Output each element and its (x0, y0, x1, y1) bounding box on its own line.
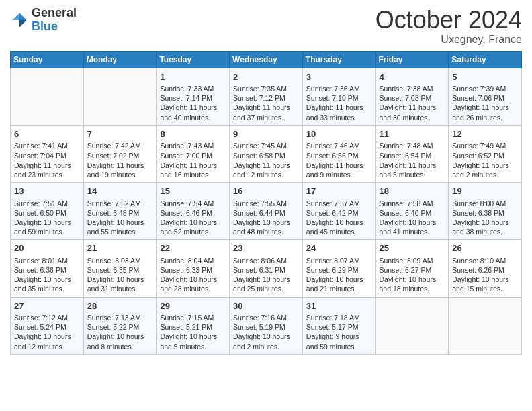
day-number: 10 (306, 128, 372, 140)
cell-week4-day3: 23Sunrise: 8:06 AMSunset: 6:31 PMDayligh… (230, 240, 303, 297)
cell-week4-day4: 24Sunrise: 8:07 AMSunset: 6:29 PMDayligh… (302, 240, 375, 297)
week-row-2: 6Sunrise: 7:41 AMSunset: 7:04 PMDaylight… (11, 125, 522, 182)
sunset-text: Sunset: 6:26 PM (452, 266, 504, 274)
sunrise-text: Sunrise: 7:39 AM (452, 85, 506, 93)
cell-week1-day1 (83, 68, 157, 125)
sunrise-text: Sunrise: 7:51 AM (14, 199, 68, 208)
sunset-text: Sunset: 6:42 PM (306, 209, 359, 217)
sunrise-text: Sunrise: 7:45 AM (233, 142, 287, 150)
cell-week2-day1: 7Sunrise: 7:42 AMSunset: 7:02 PMDaylight… (83, 125, 157, 182)
day-number: 27 (14, 300, 80, 312)
sunset-text: Sunset: 6:50 PM (14, 209, 66, 217)
day-number: 31 (306, 300, 372, 312)
day-number: 6 (14, 128, 80, 140)
cell-week1-day6: 5Sunrise: 7:39 AMSunset: 7:06 PMDaylight… (449, 68, 522, 125)
logo-icon (10, 11, 29, 30)
daylight-text: Daylight: 10 hours and 15 minutes. (452, 275, 509, 293)
day-number: 20 (14, 242, 80, 255)
col-sunday: Sunday (11, 51, 84, 68)
cell-week3-day4: 17Sunrise: 7:57 AMSunset: 6:42 PMDayligh… (302, 183, 375, 240)
daylight-text: Daylight: 10 hours and 25 minutes. (233, 275, 290, 293)
sunrise-text: Sunrise: 7:16 AM (233, 314, 287, 322)
day-number: 1 (160, 71, 226, 83)
cell-week4-day0: 20Sunrise: 8:01 AMSunset: 6:36 PMDayligh… (11, 240, 84, 297)
daylight-text: Daylight: 10 hours and 28 minutes. (160, 275, 217, 293)
daylight-text: Daylight: 11 hours and 16 minutes. (160, 161, 217, 179)
sunrise-text: Sunrise: 7:38 AM (380, 85, 433, 93)
daylight-text: Daylight: 9 hours and 59 minutes. (306, 332, 359, 350)
calendar-location: Uxegney, France (375, 34, 522, 46)
sunset-text: Sunset: 7:06 PM (452, 94, 504, 102)
cell-week4-day1: 21Sunrise: 8:03 AMSunset: 6:35 PMDayligh… (83, 240, 157, 297)
sunrise-text: Sunrise: 7:12 AM (14, 314, 68, 322)
day-number: 29 (160, 300, 226, 312)
cell-week2-day2: 8Sunrise: 7:43 AMSunset: 7:00 PMDaylight… (157, 125, 230, 182)
sunrise-text: Sunrise: 7:42 AM (87, 142, 141, 150)
title-block: October 2024 Uxegney, France (375, 7, 522, 46)
header: General Blue October 2024 Uxegney, Franc… (10, 7, 522, 46)
daylight-text: Daylight: 11 hours and 33 minutes. (306, 103, 363, 121)
svg-marker-2 (13, 13, 20, 20)
day-number: 18 (380, 185, 445, 197)
day-number: 28 (87, 300, 153, 312)
sunset-text: Sunset: 7:08 PM (380, 94, 432, 102)
day-number: 8 (160, 128, 226, 140)
sunset-text: Sunset: 5:19 PM (233, 323, 285, 331)
day-number: 2 (233, 71, 299, 83)
sunset-text: Sunset: 5:17 PM (306, 323, 359, 331)
cell-week4-day6: 26Sunrise: 8:10 AMSunset: 6:26 PMDayligh… (449, 240, 522, 297)
cell-week1-day4: 3Sunrise: 7:36 AMSunset: 7:10 PMDaylight… (302, 68, 375, 125)
daylight-text: Daylight: 11 hours and 2 minutes. (452, 161, 509, 179)
sunrise-text: Sunrise: 7:57 AM (306, 199, 360, 208)
daylight-text: Daylight: 11 hours and 23 minutes. (14, 161, 71, 179)
daylight-text: Daylight: 11 hours and 40 minutes. (160, 103, 217, 121)
day-number: 13 (14, 185, 80, 197)
sunset-text: Sunset: 7:14 PM (160, 94, 212, 102)
sunrise-text: Sunrise: 8:03 AM (87, 257, 141, 265)
logo-blue-text: Blue (32, 20, 77, 34)
sunset-text: Sunset: 6:29 PM (306, 266, 359, 274)
sunrise-text: Sunrise: 8:09 AM (380, 257, 433, 265)
sunset-text: Sunset: 6:27 PM (380, 266, 432, 274)
sunset-text: Sunset: 6:44 PM (233, 209, 285, 217)
sunset-text: Sunset: 7:02 PM (87, 152, 140, 160)
svg-marker-0 (19, 13, 27, 20)
daylight-text: Daylight: 11 hours and 37 minutes. (233, 103, 290, 121)
col-saturday: Saturday (449, 51, 522, 68)
cell-week5-day6 (449, 297, 522, 354)
daylight-text: Daylight: 11 hours and 19 minutes. (87, 161, 144, 179)
sunrise-text: Sunrise: 7:48 AM (380, 142, 433, 150)
day-number: 19 (452, 185, 518, 197)
sunset-text: Sunset: 7:12 PM (233, 94, 285, 102)
cell-week2-day5: 11Sunrise: 7:48 AMSunset: 6:54 PMDayligh… (375, 125, 449, 182)
cell-week3-day3: 16Sunrise: 7:55 AMSunset: 6:44 PMDayligh… (230, 183, 303, 240)
sunset-text: Sunset: 7:10 PM (306, 94, 359, 102)
sunset-text: Sunset: 6:46 PM (160, 209, 212, 217)
sunrise-text: Sunrise: 7:41 AM (14, 142, 68, 150)
col-thursday: Thursday (302, 51, 375, 68)
week-row-4: 20Sunrise: 8:01 AMSunset: 6:36 PMDayligh… (11, 240, 522, 297)
sunrise-text: Sunrise: 7:13 AM (87, 314, 141, 322)
daylight-text: Daylight: 11 hours and 5 minutes. (380, 161, 437, 179)
daylight-text: Daylight: 10 hours and 48 minutes. (233, 218, 290, 236)
cell-week4-day2: 22Sunrise: 8:04 AMSunset: 6:33 PMDayligh… (157, 240, 230, 297)
daylight-text: Daylight: 10 hours and 35 minutes. (14, 275, 71, 293)
day-number: 16 (233, 185, 299, 197)
sunrise-text: Sunrise: 8:10 AM (452, 257, 506, 265)
sunrise-text: Sunrise: 8:06 AM (233, 257, 287, 265)
sunset-text: Sunset: 5:24 PM (14, 323, 66, 331)
daylight-text: Daylight: 10 hours and 12 minutes. (14, 332, 71, 350)
daylight-text: Daylight: 11 hours and 12 minutes. (233, 161, 290, 179)
day-number: 26 (452, 242, 518, 255)
sunrise-text: Sunrise: 7:55 AM (233, 199, 287, 208)
daylight-text: Daylight: 11 hours and 9 minutes. (306, 161, 363, 179)
sunrise-text: Sunrise: 8:00 AM (452, 199, 506, 208)
day-number: 22 (160, 242, 226, 255)
day-number: 4 (380, 71, 445, 83)
sunset-text: Sunset: 6:31 PM (233, 266, 285, 274)
cell-week5-day2: 29Sunrise: 7:15 AMSunset: 5:21 PMDayligh… (157, 297, 230, 354)
cell-week1-day0 (11, 68, 84, 125)
daylight-text: Daylight: 10 hours and 2 minutes. (233, 332, 290, 350)
cell-week2-day3: 9Sunrise: 7:45 AMSunset: 6:58 PMDaylight… (230, 125, 303, 182)
day-number: 23 (233, 242, 299, 255)
